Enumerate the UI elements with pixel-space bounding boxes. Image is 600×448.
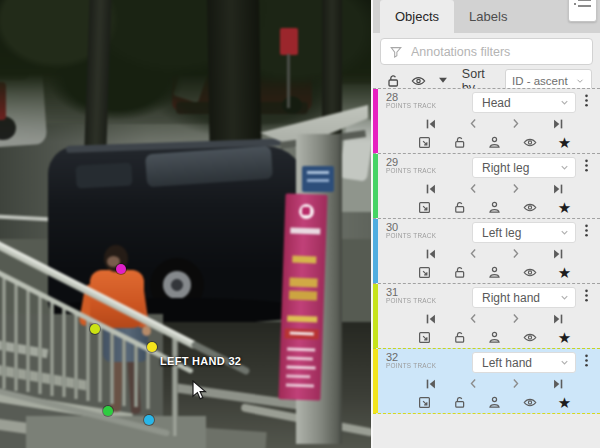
object-id: 30 (386, 222, 458, 233)
object-track-type: POINTS TRACK (386, 103, 432, 109)
first-keyframe-icon[interactable] (422, 376, 439, 392)
next-keyframe-icon[interactable] (507, 376, 524, 392)
object-id: 32 (386, 352, 458, 363)
hide-eye-icon[interactable] (521, 135, 538, 151)
object-row[interactable]: 29 POINTS TRACK Right leg (373, 153, 600, 218)
object-id: 31 (386, 287, 458, 298)
first-keyframe-icon[interactable] (422, 181, 439, 197)
lock-icon[interactable] (451, 135, 468, 151)
object-row[interactable]: 30 POINTS TRACK Left leg (373, 218, 600, 283)
panel-menu-icon[interactable] (568, 0, 597, 22)
next-keyframe-icon[interactable] (507, 181, 524, 197)
first-keyframe-icon[interactable] (422, 311, 439, 327)
pinned-star-icon[interactable]: ★ (556, 200, 573, 216)
pinned-star-icon[interactable]: ★ (556, 135, 573, 151)
object-track-type: POINTS TRACK (386, 168, 432, 174)
pinned-star-icon[interactable]: ★ (556, 330, 573, 346)
filter-funnel-icon (389, 45, 403, 59)
switch-outside-icon[interactable] (416, 330, 433, 346)
previous-keyframe-icon[interactable] (465, 246, 482, 262)
object-label-value: Left leg (482, 226, 521, 240)
occluded-person-icon[interactable] (486, 330, 503, 346)
lock-icon[interactable] (451, 330, 468, 346)
object-label-value: Right hand (482, 291, 540, 305)
hide-eye-icon[interactable] (521, 265, 538, 281)
first-keyframe-icon[interactable] (422, 116, 439, 132)
lock-icon[interactable] (451, 395, 468, 411)
switch-outside-icon[interactable] (416, 200, 433, 216)
object-menu-kebab-icon[interactable] (578, 222, 594, 242)
lock-icon[interactable] (451, 265, 468, 281)
previous-keyframe-icon[interactable] (465, 181, 482, 197)
object-label-select[interactable]: Left hand (472, 352, 576, 373)
tab-labels[interactable]: Labels (454, 0, 522, 33)
occluded-person-icon[interactable] (486, 395, 503, 411)
object-label-value: Left hand (482, 356, 532, 370)
annotations-filter-input[interactable] (380, 38, 593, 65)
expand-all-caret-icon[interactable] (436, 73, 452, 89)
objects-sidebar: Objects Labels Sort by ID - ascent (371, 0, 600, 448)
object-row[interactable]: 31 POINTS TRACK Right hand (373, 283, 600, 348)
object-menu-kebab-icon[interactable] (578, 352, 594, 372)
next-keyframe-icon[interactable] (507, 116, 524, 132)
first-keyframe-icon[interactable] (422, 246, 439, 262)
video-frame-canvas[interactable]: LEFT HAND 32 (0, 0, 371, 448)
object-label-value: Head (482, 96, 511, 110)
frame-photo (0, 0, 371, 448)
occluded-person-icon[interactable] (486, 265, 503, 281)
previous-keyframe-icon[interactable] (465, 311, 482, 327)
chevron-down-icon (559, 357, 570, 368)
object-menu-kebab-icon[interactable] (578, 157, 594, 177)
last-keyframe-icon[interactable] (550, 181, 567, 197)
previous-keyframe-icon[interactable] (465, 376, 482, 392)
last-keyframe-icon[interactable] (550, 246, 567, 262)
object-label-value: Right leg (482, 161, 529, 175)
filter-text-field[interactable] (409, 44, 584, 60)
object-id: 28 (386, 92, 458, 103)
lock-icon[interactable] (451, 200, 468, 216)
sidebar-tab-bar: Objects Labels (373, 0, 600, 33)
hide-eye-icon[interactable] (521, 330, 538, 346)
object-track-type: POINTS TRACK (386, 233, 432, 239)
pinned-star-icon[interactable]: ★ (556, 265, 573, 281)
object-label-select[interactable]: Head (472, 92, 576, 113)
object-label-select[interactable]: Right leg (472, 157, 576, 178)
last-keyframe-icon[interactable] (550, 376, 567, 392)
object-menu-kebab-icon[interactable] (578, 287, 594, 307)
switch-outside-icon[interactable] (416, 265, 433, 281)
switch-outside-icon[interactable] (416, 135, 433, 151)
object-track-type: POINTS TRACK (386, 363, 432, 369)
object-label-select[interactable]: Right hand (472, 287, 576, 308)
switch-outside-icon[interactable] (416, 395, 433, 411)
hide-eye-icon[interactable] (521, 395, 538, 411)
chevron-down-icon (559, 97, 570, 108)
pinned-star-icon[interactable]: ★ (556, 395, 573, 411)
object-id: 29 (386, 157, 458, 168)
object-track-type: POINTS TRACK (386, 298, 432, 304)
chevron-down-icon (559, 292, 570, 303)
annotations-filter-row (373, 33, 600, 68)
last-keyframe-icon[interactable] (550, 311, 567, 327)
chevron-down-icon (575, 76, 585, 86)
tab-objects[interactable]: Objects (380, 0, 454, 33)
object-row[interactable]: 32 POINTS TRACK Left hand (373, 348, 600, 414)
previous-keyframe-icon[interactable] (465, 116, 482, 132)
hide-eye-icon[interactable] (521, 200, 538, 216)
cvat-annotation-app: LEFT HAND 32 Objects Labels Sort by ID -… (0, 0, 600, 448)
sort-order-value: ID - ascent (512, 75, 568, 87)
last-keyframe-icon[interactable] (550, 116, 567, 132)
next-keyframe-icon[interactable] (507, 246, 524, 262)
hide-all-icon[interactable] (410, 73, 427, 89)
object-list: 28 POINTS TRACK Head (373, 88, 600, 414)
lock-all-icon[interactable] (385, 73, 401, 89)
occluded-person-icon[interactable] (486, 200, 503, 216)
occluded-person-icon[interactable] (486, 135, 503, 151)
object-label-select[interactable]: Left leg (472, 222, 576, 243)
chevron-down-icon (559, 227, 570, 238)
object-row[interactable]: 28 POINTS TRACK Head (373, 88, 600, 153)
next-keyframe-icon[interactable] (507, 311, 524, 327)
chevron-down-icon (559, 162, 570, 173)
object-menu-kebab-icon[interactable] (578, 92, 594, 112)
